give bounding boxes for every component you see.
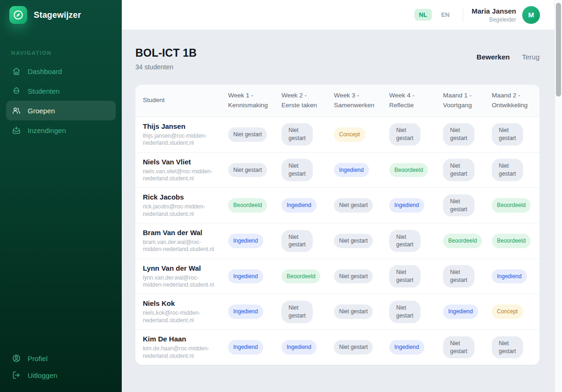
status-badge-niet-gestart: Niet gestart (389, 123, 421, 146)
status-badge-niet-gestart: Niet gestart (228, 127, 267, 142)
status-badge-ingediend: Ingediend (281, 340, 317, 355)
status-cell: Ingediend (221, 223, 274, 259)
status-badge-ingediend: Ingediend (492, 269, 527, 284)
app-root: Stagewijzer NAVIGATION DashboardStudente… (0, 0, 562, 392)
status-cell: Beoordeeld (436, 223, 484, 259)
sidebar-item-label: Inzendingen (28, 126, 66, 134)
status-badge-niet-gestart: Niet gestart (334, 340, 373, 355)
status-badge-ingediend: Ingediend (228, 340, 263, 355)
student-name: Kim De Haan (143, 335, 216, 343)
status-cell: Niet gestart (274, 152, 326, 188)
status-badge-niet-gestart: Niet gestart (443, 265, 474, 288)
sidebar-item-dashboard[interactable]: Dashboard (6, 61, 116, 81)
status-cell: Niet gestart (221, 117, 274, 152)
student-row: Rick Jacobsrick.jacobs@roc-midden-nederl… (135, 188, 540, 223)
status-badge-niet-gestart: Niet gestart (281, 159, 313, 181)
status-cell: Niet gestart (436, 152, 484, 188)
status-badge-niet-gestart: Niet gestart (492, 123, 523, 146)
logout-icon (12, 370, 21, 380)
terug-button[interactable]: Terug (522, 53, 540, 61)
sidebar-item-label: Profiel (28, 355, 48, 362)
status-cell: Ingediend (326, 152, 382, 188)
student-icon (12, 86, 21, 96)
students-table: StudentWeek 1 -KennismakingWeek 2 -Eerst… (135, 85, 540, 365)
status-cell: Niet gestart (326, 259, 382, 294)
language-toggle-en[interactable]: EN (436, 9, 454, 21)
status-cell: Niet gestart (326, 330, 382, 365)
sidebar-item-profiel[interactable]: Profiel (6, 350, 116, 367)
scrollbar-thumb[interactable] (556, 3, 561, 96)
sidebar-item-inzendingen[interactable]: Inzendingen (6, 120, 116, 140)
status-cell: Niet gestart (484, 152, 540, 188)
avatar[interactable]: M (522, 6, 540, 24)
page-header: BOL-ICT 1B 34 studenten BewerkenTerug (135, 47, 540, 71)
status-cell: Beoordeeld (484, 223, 540, 259)
status-badge-niet-gestart: Niet gestart (334, 234, 373, 248)
status-cell: Niet gestart (221, 152, 274, 188)
status-badge-ingediend: Ingediend (389, 198, 424, 213)
column-header: Maand 1 -Voortgang (436, 85, 484, 117)
student-email: bram.van.der.wal@roc-midden-nederland.st… (143, 239, 216, 253)
student-cell: Bram Van der Walbram.van.der.wal@roc-mid… (135, 223, 221, 259)
column-header-line2: Eerste taken (281, 101, 322, 111)
status-cell: Ingediend (382, 330, 436, 365)
student-row: Niels Kokniels.kok@roc-midden-nederland.… (135, 294, 540, 330)
sidebar-footer: ProfielUitloggen (0, 347, 122, 392)
column-header: Maand 2 -Ontwikkeling (484, 85, 540, 117)
sidebar-item-studenten[interactable]: Studenten (6, 81, 116, 101)
status-cell: Niet gestart (274, 294, 326, 330)
status-badge-niet-gestart: Niet gestart (492, 159, 523, 181)
status-cell: Niet gestart (326, 294, 382, 330)
status-badge-concept: Concept (492, 304, 523, 319)
column-header: Week 2 -Eerste taken (274, 85, 326, 117)
page-subtitle: 34 studenten (135, 63, 197, 71)
status-badge-concept: Concept (334, 127, 365, 142)
status-badge-ingediend: Ingediend (228, 234, 263, 248)
column-header-line2: Voortgang (443, 101, 480, 111)
status-badge-ingediend: Ingediend (334, 163, 369, 178)
page-actions: BewerkenTerug (477, 53, 540, 61)
user-menu[interactable]: Maria Jansen Begeleider M (472, 6, 540, 24)
status-badge-ingediend: Ingediend (281, 198, 317, 213)
sidebar-item-label: Uitloggen (28, 371, 57, 379)
column-header-line1: Week 4 - (389, 91, 431, 101)
status-cell: Niet gestart (326, 188, 382, 223)
student-name: Lynn Van der Wal (143, 264, 216, 272)
status-badge-niet-gestart: Niet gestart (492, 336, 523, 359)
home-icon (12, 67, 21, 76)
status-cell: Beoordeeld (221, 188, 274, 223)
status-cell: Niet gestart (274, 117, 326, 152)
students-table-card: StudentWeek 1 -KennismakingWeek 2 -Eerst… (135, 85, 540, 365)
column-header: Week 3 -Samenwerken (326, 85, 382, 117)
status-badge-niet-gestart: Niet gestart (334, 269, 373, 284)
student-row: Lynn Van der Wallynn.van.der.wal@roc-mid… (135, 259, 540, 294)
status-cell: Beoordeeld (484, 188, 540, 223)
status-cell: Niet gestart (382, 294, 436, 330)
sidebar: Stagewijzer NAVIGATION DashboardStudente… (0, 0, 122, 392)
bewerken-button[interactable]: Bewerken (477, 53, 510, 61)
column-header-line1: Week 1 - (228, 91, 269, 101)
student-row: Bram Van der Walbram.van.der.wal@roc-mid… (135, 223, 540, 259)
sidebar-item-uitloggen[interactable]: Uitloggen (6, 367, 116, 384)
column-header-line1: Week 2 - (281, 91, 322, 101)
status-badge-beoordeeld: Beoordeeld (443, 234, 482, 248)
status-cell: Ingediend (221, 330, 274, 365)
status-cell: Ingediend (221, 259, 274, 294)
status-cell: Ingediend (274, 188, 326, 223)
student-row: Kim De Haankim.de.haan@roc-midden-nederl… (135, 330, 540, 365)
status-cell: Niet gestart (436, 188, 484, 223)
student-name: Niels Kok (143, 299, 216, 307)
status-badge-niet-gestart: Niet gestart (281, 301, 313, 323)
student-email: thijs.jansen@roc-midden-nederland.studen… (143, 133, 216, 147)
student-cell: Lynn Van der Wallynn.van.der.wal@roc-mid… (135, 259, 221, 294)
status-cell: Niet gestart (436, 117, 484, 152)
column-header-line2: Kennismaking (228, 101, 269, 111)
student-name: Niels Van Vliet (143, 158, 216, 166)
status-cell: Niet gestart (484, 330, 540, 365)
status-cell: Ingediend (436, 294, 484, 330)
student-cell: Niels Kokniels.kok@roc-midden-nederland.… (135, 294, 221, 330)
status-badge-niet-gestart: Niet gestart (443, 159, 474, 181)
language-toggle-nl[interactable]: NL (414, 9, 432, 21)
sidebar-item-groepen[interactable]: Groepen (6, 101, 116, 120)
column-header: Week 4 -Reflectie (382, 85, 436, 117)
